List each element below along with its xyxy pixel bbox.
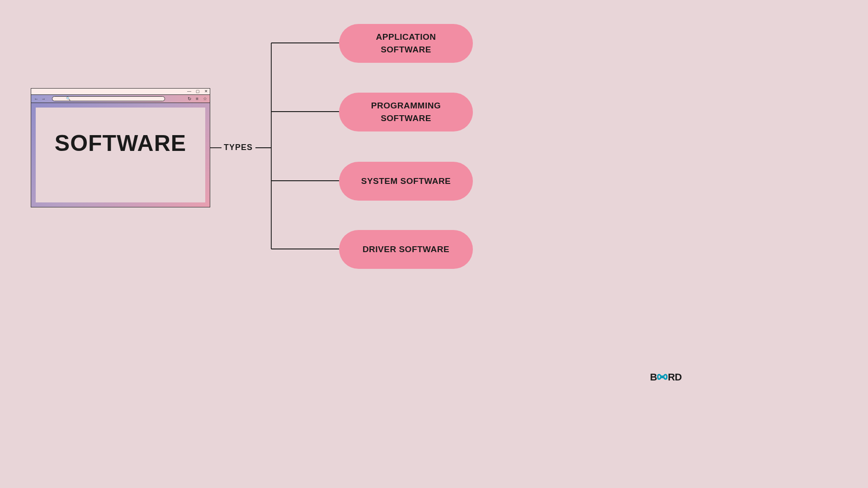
brand-prefix: B (650, 371, 657, 383)
category-pill: PROGRAMMINGSOFTWARE (339, 93, 473, 131)
infinity-icon (656, 371, 668, 383)
category-pill: SYSTEM SOFTWARE (339, 162, 473, 201)
menu-icon: ≡ (196, 97, 198, 101)
maximize-icon: ▢ (196, 89, 200, 94)
search-icon: 🔍 (66, 97, 71, 101)
address-bar: ← → 🔍 ↻ ≡ ☆ (31, 95, 210, 103)
url-field: 🔍 (52, 96, 165, 101)
close-icon: ✕ (204, 89, 208, 94)
star-icon: ☆ (203, 97, 207, 101)
category-pill: APPLICATIONSOFTWARE (339, 24, 473, 63)
refresh-icon: ↻ (188, 97, 191, 101)
toolbar-icons: ↻ ≡ ☆ (188, 97, 207, 101)
brand-suffix: RD (668, 371, 682, 383)
browser-content: SOFTWARE (36, 108, 205, 202)
back-arrow-icon: ← (34, 97, 38, 101)
browser-window-illustration: — ▢ ✕ ← → 🔍 ↻ ≡ ☆ SOFTWARE (31, 88, 210, 207)
title-bar: — ▢ ✕ (31, 89, 210, 95)
forward-arrow-icon: → (41, 97, 46, 101)
minimize-icon: — (187, 89, 191, 94)
category-pill: DRIVER SOFTWARE (339, 230, 473, 269)
footer-brand-logo: B RD (650, 371, 682, 383)
main-title: SOFTWARE (55, 130, 186, 156)
types-label: TYPES (224, 143, 253, 152)
